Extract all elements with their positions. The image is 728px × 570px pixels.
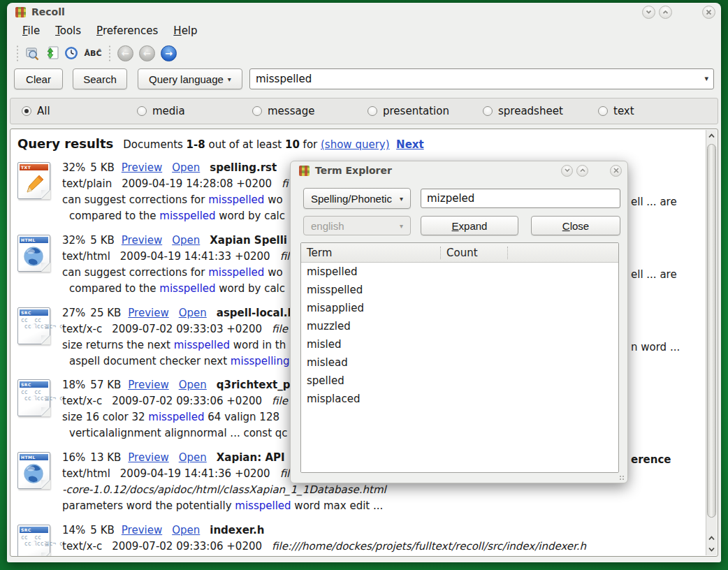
results-title: Query results — [17, 136, 113, 151]
doc-type-badge: HTML — [20, 237, 48, 243]
globe-icon — [22, 244, 46, 268]
maximize-button[interactable] — [576, 165, 588, 177]
update-index-button[interactable] — [43, 43, 61, 63]
close-button[interactable] — [702, 6, 715, 19]
filter-text[interactable]: text — [598, 105, 713, 117]
preview-link[interactable]: Preview — [122, 524, 162, 536]
mime-type: text/html — [62, 467, 110, 480]
scroll-up-button[interactable] — [706, 532, 717, 543]
search-query-input[interactable] — [249, 68, 714, 89]
source-document-icon: SRC — [17, 307, 50, 344]
document-filter-bar: All media message presentation spreadshe… — [10, 98, 718, 124]
filter-presentation[interactable]: presentation — [367, 105, 483, 117]
dialog-window-controls — [561, 165, 622, 177]
chevron-down-icon — [708, 546, 715, 553]
preview-link[interactable]: Preview — [122, 161, 162, 174]
term-row[interactable]: misled — [301, 335, 618, 353]
arrow-left-icon: ← — [122, 48, 129, 59]
menu-file[interactable]: File — [15, 22, 47, 39]
preview-link[interactable]: Preview — [128, 379, 168, 391]
menu-preferences[interactable]: Preferences — [89, 22, 165, 39]
menu-help[interactable]: Help — [166, 22, 204, 39]
file-url: fil — [280, 467, 290, 480]
preview-link[interactable]: Preview — [122, 234, 162, 247]
filter-spreadsheet[interactable]: spreadsheet — [483, 105, 598, 117]
snippet-text: compared to the — [69, 282, 159, 295]
window-controls — [642, 6, 715, 19]
results-header: Query resultsDocuments 1-8 out of at lea… — [17, 136, 424, 151]
expand-button[interactable]: Expand — [421, 216, 518, 235]
highlight-term: misspelled — [159, 210, 215, 222]
term-row[interactable]: spelled — [301, 372, 618, 390]
open-link[interactable]: Open — [179, 307, 207, 319]
search-button[interactable]: Search — [73, 68, 127, 89]
column-header-count[interactable]: Count — [441, 247, 508, 259]
clipped-text-fragment: ell ... are — [631, 267, 677, 283]
clear-button[interactable]: Clear — [14, 68, 63, 89]
history-button[interactable] — [62, 43, 80, 63]
preview-link[interactable]: Preview — [128, 307, 168, 319]
menu-tools[interactable]: Tools — [48, 22, 88, 39]
open-link[interactable]: Open — [172, 524, 200, 536]
toolbar: ÅBĈ ← ← → — [7, 41, 721, 66]
maximize-button[interactable] — [659, 6, 672, 19]
source-code-pattern — [21, 389, 63, 402]
column-header-term[interactable]: Term — [301, 247, 441, 259]
results-scrollbar[interactable] — [706, 130, 717, 555]
preview-link[interactable]: Preview — [128, 451, 168, 464]
next-page-link[interactable]: Next — [396, 138, 424, 151]
resize-grip[interactable] — [619, 475, 625, 481]
term-row[interactable]: misspelled — [301, 281, 618, 299]
html-document-icon: HTML — [17, 452, 50, 489]
term-explorer-button[interactable]: ÅBĈ — [82, 43, 104, 63]
clipped-title-fragment: erence — [631, 452, 671, 468]
file-size: 25 KB — [90, 307, 121, 319]
show-query-link[interactable]: (show query) — [321, 138, 390, 151]
minimize-button[interactable] — [561, 165, 573, 177]
file-url: file — [272, 323, 288, 335]
minimize-button[interactable] — [642, 6, 655, 19]
mime-type: text/html — [62, 250, 110, 263]
dialog-close-button[interactable]: Close — [531, 216, 620, 235]
filter-message[interactable]: message — [252, 105, 367, 117]
filter-all[interactable]: All — [22, 105, 137, 117]
chevron-down-icon[interactable]: ▾ — [704, 74, 708, 83]
open-link[interactable]: Open — [179, 379, 207, 391]
mime-type: text/x-c — [62, 323, 102, 335]
highlight-term: misspelled — [148, 411, 204, 423]
open-link[interactable]: Open — [179, 451, 207, 464]
term-row[interactable]: mislead — [301, 353, 618, 372]
open-link[interactable]: Open — [172, 234, 200, 247]
term-row[interactable]: muzzled — [301, 317, 618, 335]
expansion-mode-dropdown[interactable]: Spelling/Phonetic ▾ — [303, 188, 411, 209]
doc-date: 2009-04-19 14:28:08 +0200 — [122, 177, 272, 190]
doc-range: 1-8 — [187, 138, 205, 151]
file-size: 57 KB — [90, 379, 121, 391]
term-row[interactable]: mispelled — [301, 263, 618, 281]
result-row[interactable]: SRC 14%5 KBPreviewOpenindexer.h text/x-c… — [17, 522, 701, 557]
query-language-dropdown[interactable]: Query language ▾ — [138, 68, 242, 89]
scrollbar-thumb[interactable] — [707, 144, 716, 518]
snippet-text: parameters word the potentially — [62, 499, 235, 512]
open-link[interactable]: Open — [172, 161, 200, 174]
snippet-text: 64 valign 128 — [205, 411, 279, 423]
term-input[interactable] — [421, 189, 620, 208]
language-dropdown[interactable]: english ▾ — [303, 216, 411, 235]
scroll-down-button[interactable] — [706, 543, 717, 555]
term-explorer-dialog: Term Explorer Spelling/Phonetic ▾ englis… — [290, 161, 628, 483]
previous-page-button[interactable]: ← — [139, 45, 155, 61]
first-page-button[interactable]: ← — [117, 45, 133, 61]
next-page-button[interactable]: → — [161, 45, 177, 61]
titlebar[interactable]: Recoll — [7, 3, 721, 21]
term-row[interactable]: misplaced — [301, 390, 618, 408]
term-row[interactable]: misapplied — [301, 299, 618, 317]
filter-media[interactable]: media — [137, 105, 252, 117]
show-missed-helpers-button[interactable] — [23, 43, 41, 63]
dialog-titlebar[interactable]: Term Explorer — [291, 161, 627, 180]
relevance-percent: 18% — [62, 379, 85, 391]
close-button[interactable] — [610, 165, 622, 177]
scroll-up-button[interactable] — [706, 130, 717, 141]
snippet-text: word by calc — [216, 210, 285, 222]
file-url-continuation: -core-1.0.12/docs/apidoc/html/classXapia… — [62, 482, 701, 498]
recoll-app-icon — [299, 166, 310, 176]
